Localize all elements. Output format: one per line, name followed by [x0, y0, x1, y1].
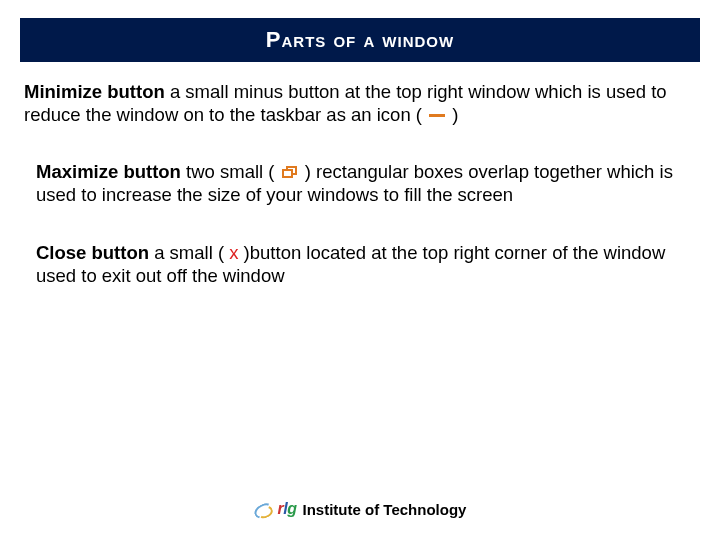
minimize-term: Minimize button: [24, 81, 165, 102]
close-text-pre: a small (: [149, 242, 229, 263]
maximize-description: Maximize button two small ( ) rectangula…: [24, 160, 696, 206]
maximize-text-pre: two small (: [181, 161, 280, 182]
close-term: Close button: [36, 242, 149, 263]
slide-content: Minimize button a small minus button at …: [0, 80, 720, 321]
logo-swirl-icon: [254, 502, 272, 516]
footer: rlg Institute of Technology: [0, 500, 720, 518]
close-description: Close button a small ( x )button located…: [24, 241, 696, 287]
minimize-description: Minimize button a small minus button at …: [24, 80, 696, 126]
footer-label: Institute of Technology: [303, 501, 467, 518]
maximize-icon: [282, 166, 298, 180]
slide-title: Parts of a window: [266, 27, 454, 53]
minimize-text-post: ): [447, 104, 458, 125]
title-bar: Parts of a window: [20, 18, 700, 62]
logo-text: rlg: [278, 500, 297, 518]
maximize-term: Maximize button: [36, 161, 181, 182]
logo-g: g: [287, 500, 296, 517]
minimize-icon: [429, 113, 445, 117]
